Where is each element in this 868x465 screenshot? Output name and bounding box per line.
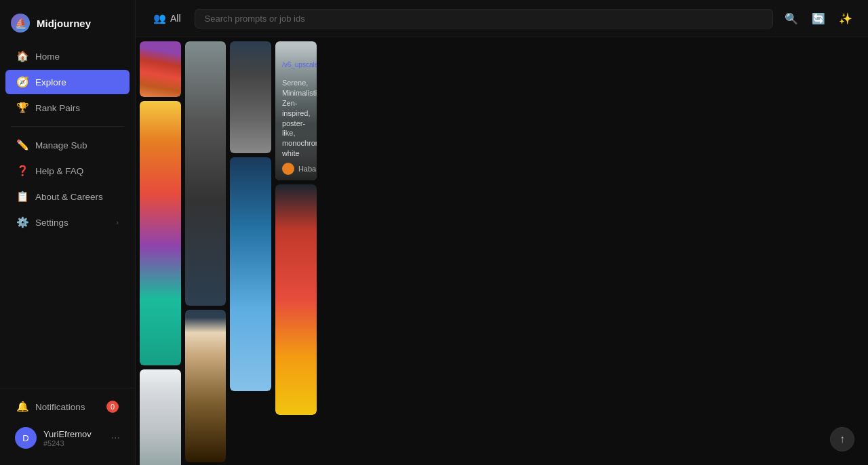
gallery-col-2 — [185, 41, 226, 465]
gallery-image — [140, 41, 181, 97]
sidebar-bottom: 🔔 Notifications 0 D YuriEfremov #5243 ··… — [0, 388, 135, 457]
scroll-top-button[interactable]: ↑ — [830, 427, 854, 451]
sidebar-item-explore-label: Explore — [35, 77, 66, 87]
sidebar-item-about-careers[interactable]: 📋 About & Careers — [5, 184, 130, 209]
main-content: 👥 All Search prompts or job ids 🔍 🔄 ✨ /v… — [136, 0, 868, 465]
card-avatar — [282, 163, 294, 175]
sidebar-item-settings-label: Settings — [35, 218, 68, 228]
gallery-item[interactable] — [140, 369, 181, 465]
notifications-item[interactable]: 🔔 Notifications 0 — [5, 395, 130, 419]
settings-icon: ⚙️ — [16, 216, 28, 228]
sidebar-item-manage-sub[interactable]: ✏️ Manage Sub — [5, 133, 130, 157]
search-placeholder: Search prompts or job ids — [205, 14, 305, 24]
home-icon: 🏠 — [16, 50, 28, 62]
all-filter[interactable]: 👥 All — [146, 9, 188, 27]
sidebar-item-rank-pairs[interactable]: 🏆 Rank Pairs — [5, 96, 130, 120]
gallery-item[interactable] — [230, 41, 271, 153]
bell-icon: 🔔 — [16, 401, 28, 413]
user-menu-icon[interactable]: ··· — [111, 432, 120, 444]
sidebar-item-about-careers-label: About & Careers — [35, 192, 103, 202]
sidebar-item-help-faq-label: Help & FAQ — [35, 166, 83, 176]
card-username: Habanero — [298, 165, 317, 173]
topbar-actions: 🔍 🔄 ✨ — [780, 7, 857, 30]
logo-icon: ⛵ — [11, 14, 30, 33]
user-tag: #5243 — [43, 439, 92, 447]
notifications-label: Notifications — [35, 402, 85, 412]
about-careers-icon: 📋 — [16, 190, 28, 203]
gallery-image — [185, 310, 226, 462]
gallery-image — [230, 157, 271, 391]
sidebar-item-home[interactable]: 🏠 Home — [5, 44, 130, 68]
rank-pairs-icon: 🏆 — [16, 102, 28, 114]
gallery-image — [140, 101, 181, 365]
sidebar-item-explore[interactable]: 🧭 Explore — [5, 70, 130, 94]
gallery-item[interactable] — [185, 41, 226, 306]
explore-icon: 🧭 — [16, 76, 28, 88]
gallery-image — [140, 369, 181, 465]
gallery-item[interactable] — [275, 184, 317, 415]
app-title: Midjourney — [37, 18, 91, 29]
card-overlay: /v6_upscale 3 hrs ago Serene, Minimalist… — [275, 48, 317, 180]
sidebar-item-settings[interactable]: ⚙️ Settings › — [5, 210, 130, 235]
gallery-item[interactable] — [140, 41, 181, 97]
gallery-image — [230, 41, 271, 153]
help-faq-icon: ❓ — [16, 165, 28, 177]
avatar-initial: D — [22, 433, 28, 443]
sidebar-item-rank-pairs-label: Rank Pairs — [35, 103, 80, 113]
gallery-image — [275, 184, 317, 415]
app-logo[interactable]: ⛵ Midjourney — [0, 8, 135, 43]
sidebar-item-help-faq[interactable]: ❓ Help & FAQ — [5, 159, 130, 183]
content-area: /v6_upscale 3 hrs ago Serene, Minimalist… — [136, 37, 868, 465]
gallery-item[interactable] — [185, 310, 226, 462]
gallery-item[interactable] — [140, 101, 181, 365]
settings-chevron-icon: › — [116, 218, 119, 226]
gallery-col-3 — [230, 41, 271, 395]
card-desc: Serene, Minimalistic, Zen-inspired, post… — [282, 78, 310, 159]
topbar: 👥 All Search prompts or job ids 🔍 🔄 ✨ — [136, 0, 868, 37]
user-profile[interactable]: D YuriEfremov #5243 ··· — [5, 420, 130, 456]
card-command: /v6_upscale — [282, 61, 317, 68]
avatar: D — [15, 427, 37, 449]
manage-sub-icon: ✏️ — [16, 139, 28, 151]
gallery-col-1 — [140, 41, 181, 465]
user-name: YuriEfremov — [43, 429, 92, 439]
card-meta: /v6_upscale 3 hrs ago — [282, 54, 310, 76]
notifications-badge: 0 — [106, 401, 119, 413]
gallery-col-4: /v6_upscale 3 hrs ago Serene, Minimalist… — [275, 41, 317, 419]
search-button[interactable]: 🔍 — [780, 7, 803, 30]
user-info: YuriEfremov #5243 — [43, 429, 92, 447]
gallery-item[interactable] — [230, 157, 271, 391]
search-bar[interactable]: Search prompts or job ids — [195, 9, 773, 28]
sidebar: ⛵ Midjourney 🏠 Home 🧭 Explore 🏆 Rank Pai… — [0, 0, 136, 465]
all-label: All — [170, 13, 181, 24]
gallery-image — [185, 41, 226, 306]
sidebar-item-manage-sub-label: Manage Sub — [35, 140, 87, 150]
card-footer: Habanero ··· 🔍 ♡ — [282, 163, 310, 175]
refresh-button[interactable]: 🔄 — [807, 7, 830, 30]
sidebar-item-home-label: Home — [35, 52, 60, 62]
nav-divider-1 — [11, 126, 124, 127]
people-icon: 👥 — [153, 12, 166, 24]
gallery: /v6_upscale 3 hrs ago Serene, Minimalist… — [136, 37, 868, 465]
gallery-item[interactable]: /v6_upscale 3 hrs ago Serene, Minimalist… — [275, 41, 317, 180]
magic-button[interactable]: ✨ — [834, 7, 857, 30]
